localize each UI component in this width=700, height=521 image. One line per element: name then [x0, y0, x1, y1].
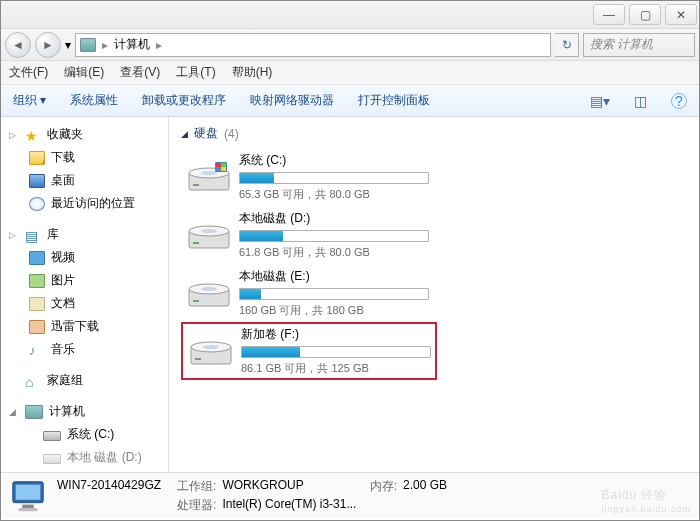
minimize-button[interactable]: —	[593, 4, 625, 25]
computer-icon	[25, 405, 43, 419]
drive-icon	[187, 215, 231, 255]
drive-usage-bar	[239, 172, 429, 184]
menu-edit[interactable]: 编辑(E)	[64, 64, 104, 81]
tree-label: 视频	[51, 249, 75, 266]
tree-drive-d[interactable]: 本地 磁盘 (D:)	[1, 446, 168, 469]
homegroup-icon: ⌂	[25, 374, 41, 388]
tree-label: 迅雷下载	[51, 318, 99, 335]
drive-icon	[43, 454, 61, 464]
svg-rect-24	[19, 508, 38, 511]
expand-icon[interactable]: ▷	[9, 230, 19, 240]
svg-point-11	[201, 229, 217, 233]
picture-icon	[29, 274, 45, 288]
xunlei-icon	[29, 320, 45, 334]
drive-name: 本地磁盘 (D:)	[239, 210, 431, 227]
tree-recent[interactable]: 最近访问的位置	[1, 192, 168, 215]
control-panel-button[interactable]: 打开控制面板	[358, 92, 430, 109]
drive-icon	[43, 431, 61, 441]
drive-usage-bar	[239, 230, 429, 242]
back-button[interactable]: ◄	[5, 32, 31, 58]
refresh-button[interactable]: ↻	[555, 33, 579, 57]
tree-pictures[interactable]: 图片	[1, 269, 168, 292]
toolbar: 组织 ▾ 系统属性 卸载或更改程序 映射网络驱动器 打开控制面板 ▤▾ ◫ ?	[1, 85, 699, 117]
content-pane[interactable]: ◢ 硬盘 (4) 系统 (C:)65.3 GB 可用，共 80.0 GB本地磁盘…	[169, 117, 699, 472]
map-drive-button[interactable]: 映射网络驱动器	[250, 92, 334, 109]
breadcrumb-item[interactable]: 计算机	[114, 36, 150, 53]
video-icon	[29, 251, 45, 265]
svg-rect-16	[193, 300, 199, 302]
tree-label: 库	[47, 226, 59, 243]
tree-music[interactable]: ♪音乐	[1, 338, 168, 361]
tree-libraries[interactable]: ▷ ▤ 库	[1, 223, 168, 246]
tree-xunlei[interactable]: 迅雷下载	[1, 315, 168, 338]
svg-rect-22	[16, 484, 41, 499]
svg-rect-23	[22, 504, 33, 508]
library-icon: ▤	[25, 228, 41, 242]
drive-free-text: 61.8 GB 可用，共 80.0 GB	[239, 245, 431, 260]
category-header[interactable]: ◢ 硬盘 (4)	[181, 125, 691, 142]
tree-label: 图片	[51, 272, 75, 289]
menu-tools[interactable]: 工具(T)	[176, 64, 215, 81]
tree-documents[interactable]: 文档	[1, 292, 168, 315]
maximize-button[interactable]: ▢	[629, 4, 661, 25]
tree-homegroup[interactable]: ⌂ 家庭组	[1, 369, 168, 392]
collapse-icon[interactable]: ◢	[9, 407, 19, 417]
menu-bar: 文件(F) 编辑(E) 查看(V) 工具(T) 帮助(H)	[1, 61, 699, 85]
tree-favorites[interactable]: ▷ ★ 收藏夹	[1, 123, 168, 146]
star-icon: ★	[25, 128, 41, 142]
tree-label: 计算机	[49, 403, 85, 420]
computer-large-icon	[9, 478, 47, 514]
drive-free-text: 65.3 GB 可用，共 80.0 GB	[239, 187, 431, 202]
status-memory-label: 内存:	[370, 478, 397, 495]
address-bar[interactable]: ▸ 计算机 ▸	[75, 33, 551, 57]
tree-desktop[interactable]: 桌面	[1, 169, 168, 192]
tree-downloads[interactable]: 下载	[1, 146, 168, 169]
drive-item[interactable]: 新加卷 (F:)86.1 GB 可用，共 125 GB	[181, 322, 437, 380]
drive-icon	[187, 157, 231, 197]
close-button[interactable]: ✕	[665, 4, 697, 25]
status-computer-name: WIN7-20140429GZ	[57, 478, 161, 495]
menu-view[interactable]: 查看(V)	[120, 64, 160, 81]
status-memory: 2.00 GB	[403, 478, 447, 495]
svg-point-19	[203, 345, 219, 349]
history-dropdown[interactable]: ▾	[65, 38, 71, 52]
drive-item[interactable]: 系统 (C:)65.3 GB 可用，共 80.0 GB	[181, 148, 437, 206]
main-area: ▷ ★ 收藏夹 下载 桌面 最近访问的位置 ▷ ▤ 库 视频 图片 文档 迅雷下…	[1, 117, 699, 472]
search-input[interactable]: 搜索 计算机	[583, 33, 695, 57]
svg-rect-12	[193, 242, 199, 244]
uninstall-button[interactable]: 卸载或更改程序	[142, 92, 226, 109]
computer-icon	[80, 38, 96, 52]
menu-file[interactable]: 文件(F)	[9, 64, 48, 81]
menu-help[interactable]: 帮助(H)	[232, 64, 273, 81]
tree-label: 系统 (C:)	[67, 426, 114, 443]
drive-usage-bar	[241, 346, 431, 358]
organize-button[interactable]: 组织 ▾	[13, 92, 46, 109]
document-icon	[29, 297, 45, 311]
collapse-icon[interactable]: ◢	[181, 129, 188, 139]
status-cpu-label: 处理器:	[177, 497, 216, 514]
expand-icon[interactable]: ▷	[9, 130, 19, 140]
preview-pane-icon[interactable]: ◫	[634, 93, 647, 109]
forward-button[interactable]: ►	[35, 32, 61, 58]
breadcrumb-sep-icon[interactable]: ▸	[156, 38, 162, 52]
navigation-tree[interactable]: ▷ ★ 收藏夹 下载 桌面 最近访问的位置 ▷ ▤ 库 视频 图片 文档 迅雷下…	[1, 117, 169, 472]
tree-videos[interactable]: 视频	[1, 246, 168, 269]
title-bar: — ▢ ✕	[1, 1, 699, 29]
drive-item[interactable]: 本地磁盘 (D:)61.8 GB 可用，共 80.0 GB	[181, 206, 437, 264]
status-workgroup-label: 工作组:	[177, 478, 216, 495]
drive-usage-bar	[239, 288, 429, 300]
tree-drive-c[interactable]: 系统 (C:)	[1, 423, 168, 446]
desktop-icon	[29, 174, 45, 188]
drive-item[interactable]: 本地磁盘 (E:)160 GB 可用，共 180 GB	[181, 264, 437, 322]
drives-grid: 系统 (C:)65.3 GB 可用，共 80.0 GB本地磁盘 (D:)61.8…	[181, 148, 691, 380]
svg-rect-7	[216, 167, 221, 171]
view-mode-icon[interactable]: ▤▾	[590, 93, 610, 109]
tree-label: 本地 磁盘 (D:)	[67, 449, 142, 466]
tree-computer[interactable]: ◢ 计算机	[1, 400, 168, 423]
svg-rect-20	[195, 358, 201, 360]
system-properties-button[interactable]: 系统属性	[70, 92, 118, 109]
search-placeholder: 搜索 计算机	[590, 36, 653, 53]
navigation-bar: ◄ ► ▾ ▸ 计算机 ▸ ↻ 搜索 计算机	[1, 29, 699, 61]
tree-label: 音乐	[51, 341, 75, 358]
help-icon[interactable]: ?	[671, 93, 687, 109]
